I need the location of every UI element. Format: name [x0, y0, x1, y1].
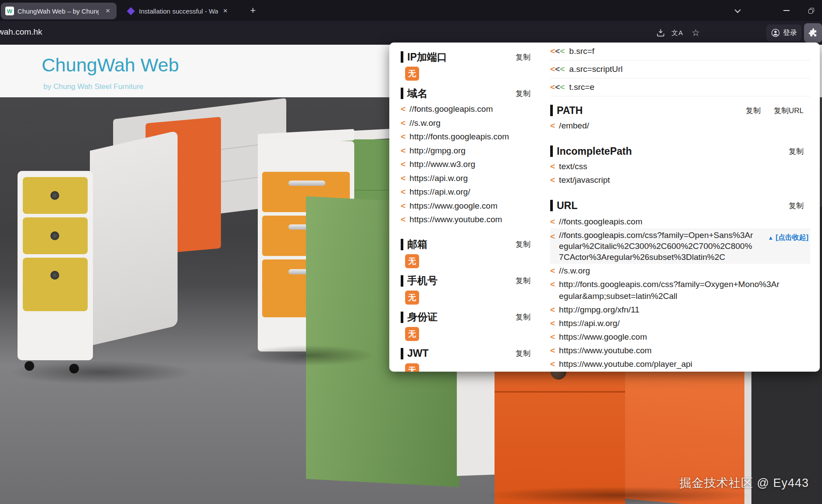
section-title: IP加端口 — [407, 50, 447, 64]
section-bar — [401, 239, 403, 250]
address-bar-url[interactable]: wah.com.hk — [0, 27, 42, 37]
list-item[interactable]: <//s.w.org — [401, 116, 530, 130]
list-item[interactable]: <//fonts.googleapis.com — [550, 215, 810, 228]
chungwah-favicon-icon: W — [5, 7, 14, 15]
popup-left-column: IP加端口 复制 无 域名 复制 <//fonts.googleapis.com… — [401, 43, 530, 372]
none-badge: 无 — [405, 254, 419, 268]
list-item[interactable]: <http://gmpg.org/xfn/11 — [550, 303, 810, 316]
chevron-left-icon: < — [550, 330, 555, 344]
chevron-down-icon — [735, 7, 741, 13]
tab-close-icon[interactable]: × — [103, 7, 112, 15]
tab-list-button[interactable] — [730, 4, 746, 18]
list-item[interactable]: <http://fonts.googleapis.com/css?family=… — [550, 277, 810, 303]
chevron-left-icon: < — [550, 46, 555, 56]
section-phone: 手机号 复制 — [401, 274, 530, 287]
list-item[interactable]: <https://www.google.com — [401, 199, 530, 213]
list-item[interactable]: <https://api.w.org — [401, 171, 530, 185]
copy-button[interactable]: 复制 — [516, 52, 530, 62]
copy-button[interactable]: 复制 — [516, 89, 530, 99]
copy-button[interactable]: 复制 — [789, 146, 804, 156]
section-id-card: 身份证 复制 — [401, 311, 530, 324]
section-bar — [401, 88, 403, 99]
minimize-button[interactable] — [779, 4, 794, 18]
chevron-left-icon: < — [550, 303, 555, 316]
section-title: 身份证 — [407, 310, 438, 324]
list-item[interactable]: <https://api.w.org/ — [401, 185, 530, 199]
browser-toolbar: wah.com.hk 文A ☆ 登录 — [0, 21, 822, 45]
none-badge: 无 — [405, 363, 419, 372]
copy-button[interactable]: 复制 — [746, 106, 761, 116]
script-source-row[interactable]: <<< b.src=f — [550, 43, 810, 60]
download-icon[interactable] — [654, 27, 667, 39]
list-item[interactable]: <http://gmpg.org — [401, 144, 530, 158]
list-item[interactable]: <http://fonts.googleapis.com — [401, 130, 530, 144]
favorite-star-icon[interactable]: ☆ — [689, 27, 702, 39]
tab-close-icon[interactable]: × — [221, 7, 229, 15]
account-icon — [771, 28, 780, 38]
translate-icon[interactable]: 文A — [671, 27, 684, 39]
list-item[interactable]: <https://www.youtube.com — [550, 344, 810, 357]
section-title: JWT — [407, 348, 429, 359]
wappalyzer-favicon-icon — [127, 7, 135, 15]
section-bar — [550, 105, 553, 116]
section-path: PATH 复制 复制URL — [550, 104, 810, 117]
section-domain: 域名 复制 — [401, 87, 530, 100]
chevron-left-icon: < — [550, 230, 555, 263]
copy-button[interactable]: 复制 — [789, 201, 804, 211]
chevron-left-icon: < — [560, 64, 565, 74]
restore-button[interactable] — [803, 4, 819, 18]
list-item[interactable]: <//fonts.googleapis.com — [401, 102, 530, 116]
chevron-left-icon: < — [550, 344, 555, 357]
section-title: 手机号 — [407, 274, 438, 287]
list-item[interactable]: <text/javascript — [550, 173, 810, 187]
chevron-left-icon: < — [401, 116, 406, 130]
copy-url-button[interactable]: 复制URL — [774, 106, 804, 116]
collapse-link[interactable]: ▲[点击收起] — [768, 231, 808, 245]
chevron-left-icon: < — [550, 278, 555, 302]
list-item[interactable]: <//s.w.org — [550, 264, 810, 277]
tab-title: Installation successful - Wapp — [139, 7, 218, 15]
list-item[interactable]: <https://www.youtube.com/player_api — [550, 357, 810, 371]
section-bar — [550, 146, 553, 157]
chevron-left-icon: < — [550, 357, 555, 371]
none-badge: 无 — [405, 291, 419, 305]
tab-wappalyzer[interactable]: Installation successful - Wapp × — [122, 3, 234, 19]
none-badge: 无 — [405, 327, 419, 341]
list-item-expanded[interactable]: < //fonts.googleapis.com/css?family=Open… — [550, 228, 810, 264]
section-title: IncompletePath — [557, 146, 632, 157]
list-item[interactable]: <http://www.w3.org — [401, 157, 530, 171]
section-ip-port: IP加端口 复制 — [401, 50, 530, 64]
section-title: 域名 — [407, 87, 427, 100]
new-tab-button[interactable]: + — [246, 4, 260, 18]
puzzle-icon — [808, 28, 818, 38]
chevron-left-icon: < — [401, 102, 406, 116]
list-item[interactable]: </embed/ — [550, 119, 810, 132]
collapse-triangle-icon: ▲ — [768, 234, 773, 241]
copy-button[interactable]: 复制 — [516, 239, 530, 249]
copy-button[interactable]: 复制 — [516, 312, 530, 322]
list-item[interactable]: <https://api.w.org/ — [550, 316, 810, 330]
path-list: </embed/ — [550, 119, 810, 132]
list-item[interactable]: <text/css — [550, 160, 810, 173]
chevron-left-icon: < — [555, 82, 560, 92]
section-title: PATH — [557, 105, 583, 117]
tab-chungwah[interactable]: W ChungWah Web – by Chung × — [1, 3, 117, 19]
list-item[interactable]: <https://www.youtube.com — [401, 213, 530, 227]
list-item[interactable]: <https://www.google.com — [550, 330, 810, 344]
url-list: <//fonts.googleapis.com < //fonts.google… — [550, 215, 810, 371]
copy-button[interactable]: 复制 — [516, 276, 530, 286]
extensions-button[interactable] — [804, 23, 822, 43]
login-label: 登录 — [783, 28, 797, 38]
chevron-left-icon: < — [401, 130, 406, 144]
script-source-row[interactable]: <<< a.src=scriptUrl — [550, 60, 810, 78]
chevron-left-icon: < — [550, 64, 555, 74]
chevron-left-icon: < — [550, 160, 555, 173]
section-jwt: JWT 复制 — [401, 347, 530, 360]
chevron-left-icon: < — [560, 82, 565, 92]
site-subtitle: by Chung Wah Steel Furniture — [43, 82, 143, 91]
script-source-row[interactable]: <<< t.src=e — [550, 78, 810, 96]
login-button[interactable]: 登录 — [766, 25, 801, 41]
copy-button[interactable]: 复制 — [516, 348, 530, 358]
chevron-left-icon: < — [555, 46, 560, 56]
section-bar — [401, 312, 403, 323]
